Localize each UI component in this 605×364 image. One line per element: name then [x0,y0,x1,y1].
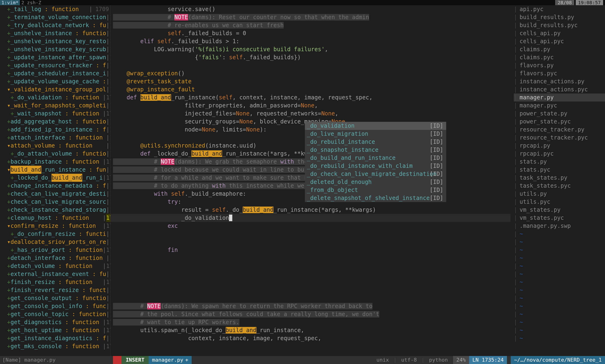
code-line[interactable]: service.save() [110,5,510,13]
file-tree-item[interactable]: |utils.pyc [514,198,605,206]
code-line[interactable] [110,61,510,69]
tag-item[interactable]: ▾deallocate_sriov_ports_on_re|1738 [0,238,110,246]
code-line[interactable] [110,254,510,262]
tag-item[interactable]: ▾confirm_resize : function |1736 [0,222,110,230]
file-tree-item[interactable]: |vm_states.pyc [514,214,605,222]
code-line[interactable]: {'fails': self._failed_builds}) [110,53,510,61]
code-line[interactable]: context, instance, image, request_spec, [110,334,510,342]
completion-item[interactable]: _do_check_can_live_migrate_destination[I… [305,170,446,178]
tag-item[interactable]: +_unshelve_instance : functio|1712 [0,29,110,37]
code-line[interactable]: injected_files=None, requested_networks=… [110,110,510,117]
tag-item[interactable]: +finish_resize : function |1743 [0,278,110,286]
tag-item[interactable]: +_has_sriov_port : function|1739 [0,246,110,254]
file-tree-item[interactable]: |instance_actions.pyc [514,85,605,93]
file-tree-item[interactable]: |stats.pyc [514,166,605,174]
tag-item[interactable]: +detach_volume : function |1741 [0,262,110,270]
completion-popup[interactable]: _do_validation[ID]_do_live_migration[ID]… [305,122,446,202]
tag-item[interactable]: +external_instance_event : fu|1742 [0,270,110,278]
code-line[interactable]: result = self._do_build_and_run_instance… [110,206,510,214]
file-tree-item[interactable]: |resource_tracker.pyc [514,134,605,142]
code-line[interactable] [110,294,510,302]
tag-item[interactable]: +cleanup_host : function |1735 [0,214,110,222]
file-tree-item[interactable]: |instance_actions.py [514,78,605,85]
completion-item[interactable]: _delete_snapshot_of_shelved_instance[ID] [305,194,446,202]
completion-item[interactable]: _do_rebuild_instance_with_claim[ID] [305,162,446,170]
tag-item[interactable]: +get_console_topic : function|1747 [0,310,110,318]
tag-item[interactable]: +_terminate_volume_connection|1710 [0,13,110,21]
file-tree-item[interactable]: |flavors.py [514,61,605,69]
file-tree-item[interactable]: |build_results.py [514,13,605,21]
file-tree-pane[interactable]: |api.pyc|build_results.py|build_results.… [510,5,605,356]
tag-item[interactable]: ▾build_and_run_instance : fun|1729 [0,166,110,174]
tag-item[interactable]: +get_instance_diagnostics : f|1750 [0,334,110,342]
code-line[interactable]: fin [110,246,510,254]
code-line[interactable]: # want to tie up RPC workers. [110,318,510,326]
tag-item[interactable]: +detach_interface : function |1740 [0,254,110,262]
tag-item[interactable]: +_wait_snapshot : function |1722 [0,110,110,117]
tag-item[interactable]: +add_aggregate_host : functio|1723 [0,117,110,126]
file-tree-item[interactable]: |task_states.py [514,174,605,182]
tag-item[interactable]: +_update_scheduler_instance_i|1717 [0,69,110,78]
file-tree-item[interactable]: |rpcapi.pyc [514,150,605,158]
file-tree-item[interactable]: |claims.pyc [514,53,605,61]
file-tree-item[interactable]: |manager.py [514,93,605,102]
completion-item[interactable]: _from_db_object[ID] [305,186,446,194]
file-tree-item[interactable]: |power_state.pyc [514,117,605,126]
tag-item[interactable]: +_do_confirm_resize : functi|1737 [0,230,110,238]
completion-item[interactable]: _do_live_migration[ID] [305,130,446,138]
file-tree-item[interactable]: |cells_api.pyc [514,37,605,45]
file-tree-item[interactable]: |rpcapi.py [514,142,605,150]
code-line[interactable] [110,270,510,278]
tag-item[interactable]: +add_fixed_ip_to_instance : f|1724 [0,126,110,134]
tag-item[interactable]: +_update_instance_after_spawn|1715 [0,53,110,61]
code-line[interactable]: utils.spawn_n(_locked_do_build_and_run_i… [110,326,510,334]
tag-item[interactable]: +backup_instance : function |1728 [0,158,110,166]
code-line[interactable]: @wrap_exception() [110,69,510,78]
tag-item[interactable]: +check_can_live_migrate_sourc|1733 [0,198,110,206]
file-tree-item[interactable]: |manager.pyc [514,102,605,110]
file-tree-item[interactable]: |build_results.pyc [514,21,605,29]
tag-item[interactable]: +check_can_live_migrate_desti|1732 [0,190,110,198]
file-tree-item[interactable]: |api.pyc [514,5,605,13]
code-line[interactable]: def build_and_run_instance(self, context… [110,93,510,102]
code-line[interactable]: # NOTE(danms): We spawn here to return t… [110,302,510,310]
tag-item[interactable]: +check_instance_shared_storag|1734 [0,206,110,214]
tag-item[interactable]: +finish_revert_resize : funct|1744 [0,286,110,294]
code-line[interactable] [110,238,510,246]
code-line[interactable] [110,230,510,238]
completion-item[interactable]: _do_validation[ID] [305,122,446,130]
code-line[interactable]: # NOTE(danms): Reset our counter now so … [110,13,510,21]
code-line[interactable] [110,262,510,270]
code-line[interactable]: _do_validation [110,214,510,222]
code-line[interactable]: # the pool. Since what follows could tak… [110,310,510,318]
code-line[interactable] [110,286,510,294]
tag-item[interactable]: +_do_validation : function |1720 [0,93,110,102]
file-tree-item[interactable]: |flavors.pyc [514,69,605,78]
tag-item[interactable]: +get_console_pool_info : func|1746 [0,302,110,310]
tag-item[interactable]: +get_console_output : functio|1745 [0,294,110,302]
file-tree-item[interactable]: |resource_tracker.py [514,126,605,134]
tag-item[interactable]: +_tail_log : function |1709 [0,5,110,13]
code-line[interactable]: @wrap_instance_fault [110,85,510,93]
file-tree-item[interactable]: |claims.py [514,45,605,53]
tag-item[interactable]: +_update_resource_tracker : f|1716 [0,61,110,69]
tag-item[interactable]: +_unshelve_instance_key_resto|1713 [0,37,110,45]
tag-item[interactable]: ▾_wait_for_snapshots_completi|1721 [0,102,110,110]
file-tree-item[interactable]: |utils.py [514,190,605,198]
tag-item[interactable]: +_unshelve_instance_key_scrub|1714 [0,45,110,53]
code-line[interactable]: exc [110,222,510,230]
tag-item[interactable]: +_locked_do_build_and_run_i|1730 [0,174,110,182]
completion-item[interactable]: _deleted_old_enough[ID] [305,178,446,186]
code-line[interactable]: @reverts_task_state [110,78,510,85]
file-tree-item[interactable]: |stats.py [514,158,605,166]
code-line[interactable]: filter_properties, admin_password=None, [110,102,510,110]
code-line[interactable]: # re-enables us we can start fresh [110,21,510,29]
completion-item[interactable]: _do_build_and_run_instance[ID] [305,154,446,162]
tag-item[interactable]: +_do_attach_volume : functio|1727 [0,150,110,158]
code-line[interactable]: self._failed_builds = 0 [110,29,510,37]
tag-item[interactable]: ▾attach_volume : function |1726 [0,142,110,150]
completion-item[interactable]: _do_rebuild_instance[ID] [305,138,446,146]
code-line[interactable] [110,278,510,286]
code-line[interactable]: LOG.warning('%(fails)i consecutive build… [110,45,510,53]
tag-item[interactable]: +_update_volume_usage_cache :|1718 [0,78,110,85]
